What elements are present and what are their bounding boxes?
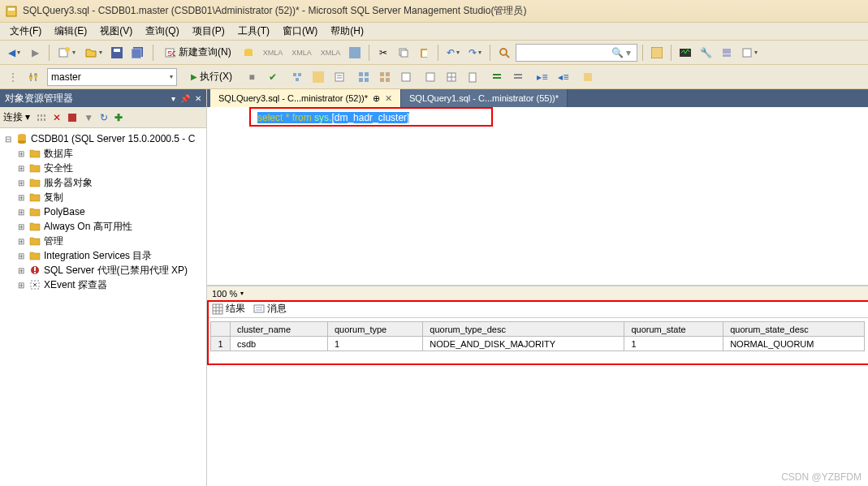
menu-file[interactable]: 文件(F) xyxy=(3,23,48,40)
intellisense-icon[interactable] xyxy=(330,68,348,86)
find-button[interactable] xyxy=(495,44,513,62)
results-grid-icon[interactable] xyxy=(443,68,460,86)
chevron-down-icon[interactable]: ▾ xyxy=(240,290,244,297)
expand-icon[interactable]: ⊞ xyxy=(16,178,26,187)
open-button[interactable]: ▾ xyxy=(81,44,106,62)
svg-rect-27 xyxy=(298,73,301,76)
results-text-icon[interactable] xyxy=(421,68,439,86)
indent-icon[interactable]: ▸≡ xyxy=(533,68,551,86)
expand-icon[interactable]: ⊞ xyxy=(16,164,26,173)
pin-icon[interactable]: 📌 xyxy=(180,94,190,103)
dropdown-icon[interactable]: ▾ xyxy=(171,94,175,103)
back-button[interactable]: ◀▾ xyxy=(5,44,24,62)
parse-button[interactable]: ✔ xyxy=(264,68,282,86)
svg-point-17 xyxy=(500,49,507,55)
paste-button[interactable] xyxy=(415,44,433,62)
refresh-icon[interactable]: ↻ xyxy=(100,112,108,123)
execute-button[interactable]: ▶执行(X) xyxy=(184,68,240,86)
search-box[interactable]: 🔍 ▾ xyxy=(516,44,637,62)
copy-button[interactable] xyxy=(395,44,412,62)
uncomment-icon[interactable] xyxy=(509,68,527,86)
xmla2-icon[interactable]: XMLA xyxy=(288,44,315,62)
debug-button[interactable]: ■ xyxy=(243,68,261,86)
xmla3-icon[interactable]: XMLA xyxy=(317,44,344,62)
properties-button[interactable] xyxy=(648,44,666,62)
pin-icon[interactable]: ⊕ xyxy=(373,93,380,104)
disconnect-icon[interactable]: ✕ xyxy=(53,112,61,123)
tab-query3[interactable]: SQLQuery3.sql - C...ministrator (52))* ⊕… xyxy=(210,89,401,107)
tree-node-0[interactable]: ⊞数据库 xyxy=(2,146,205,161)
template-icon[interactable]: ▾ xyxy=(738,44,761,62)
menu-query[interactable]: 查询(Q) xyxy=(139,23,185,40)
folder-icon xyxy=(28,221,41,232)
xevent-icon xyxy=(28,279,41,290)
sql-editor[interactable]: select * from sys.[dm_hadr_cluster] xyxy=(207,107,868,286)
filter-icon[interactable]: ▼ xyxy=(84,112,93,123)
tree-node-5[interactable]: ⊞Always On 高可用性 xyxy=(2,219,205,234)
results-file-icon[interactable] xyxy=(464,68,482,86)
svg-rect-23 xyxy=(743,49,751,57)
menu-help[interactable]: 帮助(H) xyxy=(324,23,370,40)
change-connection-button[interactable] xyxy=(24,68,44,86)
outdent-icon[interactable]: ◂≡ xyxy=(555,68,572,86)
redo-button[interactable]: ↷▾ xyxy=(465,44,485,62)
tree-node-4[interactable]: ⊞PolyBase xyxy=(2,204,205,219)
tree-node-6[interactable]: ⊞管理 xyxy=(2,234,205,248)
svg-rect-57 xyxy=(34,267,36,271)
client-stats-icon[interactable] xyxy=(397,68,415,86)
expand-icon[interactable]: ⊞ xyxy=(16,252,26,260)
connect-filter-icon[interactable] xyxy=(37,113,46,123)
save-all-button[interactable] xyxy=(128,44,148,62)
database-selector[interactable]: master ▾ xyxy=(47,68,177,86)
save-button[interactable] xyxy=(108,44,126,62)
cut-button[interactable]: ✂ xyxy=(374,44,392,62)
query-options-icon[interactable] xyxy=(309,68,327,86)
expand-icon[interactable]: ⊞ xyxy=(16,281,26,290)
server-node[interactable]: ⊟ CSDB01 (SQL Server 15.0.2000.5 - C xyxy=(2,131,205,146)
forward-button[interactable]: ▶ xyxy=(26,44,44,62)
expand-icon[interactable]: ⊞ xyxy=(16,266,26,275)
close-tab-icon[interactable]: ✕ xyxy=(385,93,392,104)
expand-icon[interactable]: ⊞ xyxy=(16,222,26,231)
comment-icon[interactable] xyxy=(488,68,506,86)
menu-tools[interactable]: 工具(T) xyxy=(231,23,276,40)
xmla-icon[interactable]: XMLA xyxy=(260,44,287,62)
tree-node-2[interactable]: ⊞服务器对象 xyxy=(2,175,205,190)
tree-node-8[interactable]: ⊞SQL Server 代理(已禁用代理 XP) xyxy=(2,263,205,277)
zoom-level[interactable]: 100 % xyxy=(212,289,237,299)
tree-node-3[interactable]: ⊞复制 xyxy=(2,190,205,204)
tree-label: 数据库 xyxy=(44,147,73,161)
new-query-button[interactable]: SQL新建查询(N) xyxy=(158,44,237,62)
object-tree: ⊟ CSDB01 (SQL Server 15.0.2000.5 - C ⊞数据… xyxy=(0,128,206,486)
db-query-button[interactable] xyxy=(240,44,257,62)
svg-rect-5 xyxy=(114,49,120,52)
specify-values-icon[interactable] xyxy=(579,68,597,86)
undo-button[interactable]: ↶▾ xyxy=(443,44,463,62)
query-toolbar: ⋮ master ▾ ▶执行(X) ■ ✔ ▸≡ ◂≡ xyxy=(0,65,868,89)
tab-query1[interactable]: SQLQuery1.sql - C...ministrator (55))* xyxy=(401,89,568,107)
menu-project[interactable]: 项目(P) xyxy=(186,23,231,40)
new-project-button[interactable]: ▾ xyxy=(54,44,79,62)
live-stats-icon[interactable] xyxy=(376,68,394,86)
connect-button[interactable]: 连接 ▾ xyxy=(3,110,30,124)
stop-icon[interactable] xyxy=(67,113,77,123)
tree-node-7[interactable]: ⊞Integration Services 目录 xyxy=(2,248,205,263)
menu-view[interactable]: 视图(V) xyxy=(93,23,139,40)
activity-monitor-icon[interactable] xyxy=(676,44,694,62)
expand-icon[interactable]: ⊞ xyxy=(16,149,26,158)
plus-icon[interactable]: ✚ xyxy=(114,112,123,123)
analysis-icon[interactable] xyxy=(346,44,364,62)
collapse-icon[interactable]: ⊟ xyxy=(3,135,13,144)
tree-node-1[interactable]: ⊞安全性 xyxy=(2,161,205,175)
menu-window[interactable]: 窗口(W) xyxy=(276,23,324,40)
expand-icon[interactable]: ⊞ xyxy=(16,208,26,217)
actual-plan-icon[interactable] xyxy=(355,68,373,86)
close-icon[interactable]: ✕ xyxy=(195,94,201,103)
config-icon[interactable]: 🔧 xyxy=(697,44,715,62)
menu-edit[interactable]: 编辑(E) xyxy=(48,23,93,40)
expand-icon[interactable]: ⊞ xyxy=(16,237,26,246)
expand-icon[interactable]: ⊞ xyxy=(16,193,26,202)
registered-servers-icon[interactable] xyxy=(718,44,736,62)
tree-node-9[interactable]: ⊞XEvent 探查器 xyxy=(2,277,205,292)
estimated-plan-icon[interactable] xyxy=(288,68,306,86)
